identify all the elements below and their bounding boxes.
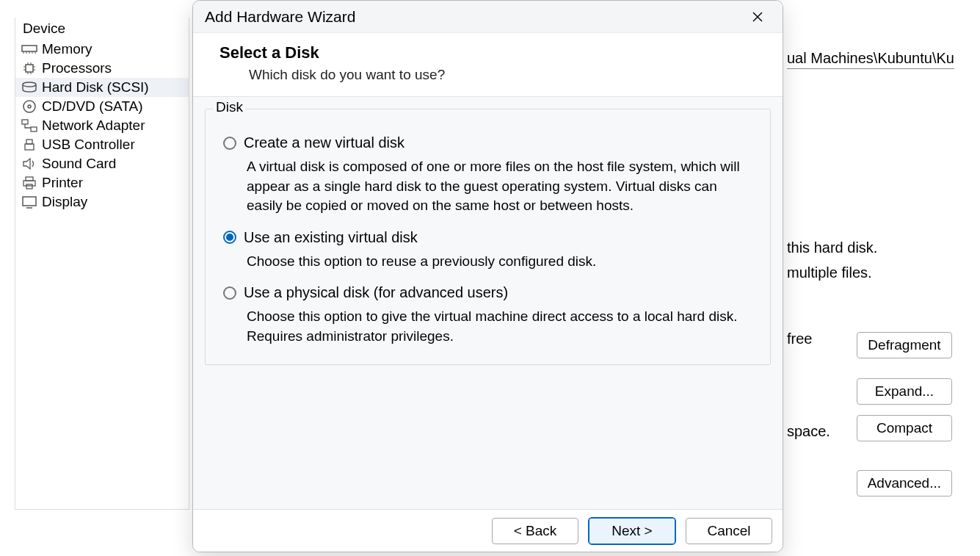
- next-button[interactable]: Next >: [589, 518, 675, 544]
- text-fragment-multiplefiles: multiple files.: [787, 264, 872, 281]
- add-hardware-wizard-dialog: Add Hardware Wizard Select a Disk Which …: [192, 0, 783, 552]
- expand-button[interactable]: Expand...: [857, 378, 952, 405]
- device-item-cd-dvd[interactable]: CD/DVD (SATA): [15, 97, 189, 116]
- close-icon: [752, 11, 763, 23]
- device-item-processors[interactable]: Processors: [15, 59, 189, 78]
- cancel-button[interactable]: Cancel: [686, 518, 772, 544]
- cpu-icon: [21, 61, 37, 76]
- disc-icon: [21, 99, 37, 114]
- radio-use-existing-disk[interactable]: Use an existing virtual disk: [223, 229, 752, 246]
- usb-icon: [21, 137, 37, 152]
- svg-rect-21: [25, 144, 34, 150]
- radio-icon: [223, 231, 236, 244]
- defragment-button[interactable]: Defragment: [857, 332, 952, 358]
- wizard-subheading: Which disk do you want to use?: [219, 67, 756, 83]
- disk-groupbox: Disk Create a new virtual disk A virtual…: [205, 109, 771, 365]
- radio-label: Use an existing virtual disk: [244, 229, 418, 246]
- device-label: Processors: [42, 60, 112, 76]
- radio-description: Choose this option to give the virtual m…: [223, 307, 752, 346]
- device-item-display[interactable]: Display: [15, 192, 189, 212]
- radio-icon: [223, 286, 236, 300]
- device-panel: Device Memory Processors Hard Disk (SCSI…: [15, 18, 189, 510]
- svg-rect-6: [26, 65, 33, 72]
- wizard-titlebar: Add Hardware Wizard: [193, 1, 783, 33]
- hard-disk-icon: [21, 80, 37, 95]
- text-fragment-space: space.: [787, 423, 830, 440]
- device-item-usb[interactable]: USB Controller: [15, 135, 189, 154]
- svg-point-17: [28, 105, 31, 108]
- radio-option-use-existing: Use an existing virtual disk Choose this…: [223, 229, 752, 272]
- svg-rect-0: [22, 46, 37, 51]
- device-label: USB Controller: [42, 137, 135, 153]
- wizard-heading: Select a Disk: [219, 43, 756, 62]
- device-label: Network Adapter: [42, 118, 145, 134]
- back-button[interactable]: < Back: [492, 518, 578, 544]
- network-icon: [21, 118, 37, 133]
- svg-rect-25: [23, 197, 36, 206]
- device-item-printer[interactable]: Printer: [15, 173, 189, 192]
- wizard-body: Disk Create a new virtual disk A virtual…: [193, 96, 783, 509]
- wizard-title: Add Hardware Wizard: [205, 8, 744, 26]
- device-item-sound[interactable]: Sound Card: [15, 154, 189, 173]
- radio-description: A virtual disk is composed of one or mor…: [223, 157, 752, 216]
- svg-rect-18: [22, 120, 28, 124]
- close-button[interactable]: [744, 4, 771, 30]
- text-fragment-free: free: [787, 331, 812, 347]
- radio-icon: [223, 137, 236, 150]
- radio-label: Create a new virtual disk: [244, 134, 404, 151]
- device-label: Display: [42, 194, 87, 210]
- svg-rect-20: [26, 140, 32, 144]
- svg-rect-23: [23, 181, 35, 186]
- groupbox-legend: Disk: [213, 99, 246, 115]
- display-icon: [21, 195, 37, 209]
- text-fragment-harddisk: this hard disk.: [787, 239, 877, 256]
- device-label: Sound Card: [42, 156, 116, 172]
- radio-option-physical: Use a physical disk (for advanced users)…: [223, 284, 752, 346]
- device-label: Printer: [42, 175, 83, 191]
- svg-rect-22: [26, 177, 33, 181]
- device-item-memory[interactable]: Memory: [15, 40, 189, 59]
- device-label: Hard Disk (SCSI): [42, 79, 149, 95]
- device-list: Memory Processors Hard Disk (SCSI) CD/DV…: [15, 40, 189, 212]
- disk-file-path-fragment: ual Machines\Kubuntu\Ku: [787, 50, 954, 69]
- device-label: Memory: [42, 41, 92, 57]
- svg-rect-24: [26, 184, 32, 189]
- sound-icon: [21, 156, 37, 171]
- svg-point-15: [23, 82, 36, 87]
- device-header-label: Device: [15, 18, 189, 40]
- radio-option-create-new: Create a new virtual disk A virtual disk…: [223, 134, 752, 216]
- radio-use-physical-disk[interactable]: Use a physical disk (for advanced users): [223, 284, 752, 301]
- device-item-network[interactable]: Network Adapter: [15, 116, 189, 135]
- radio-label: Use a physical disk (for advanced users): [244, 284, 508, 301]
- compact-button[interactable]: Compact: [857, 415, 952, 441]
- svg-rect-19: [31, 127, 37, 131]
- device-label: CD/DVD (SATA): [42, 98, 143, 115]
- radio-create-new-disk[interactable]: Create a new virtual disk: [223, 134, 752, 151]
- radio-description: Choose this option to reuse a previously…: [223, 252, 752, 272]
- memory-icon: [21, 42, 37, 57]
- advanced-button[interactable]: Advanced...: [857, 470, 952, 497]
- wizard-header: Select a Disk Which disk do you want to …: [193, 33, 783, 96]
- svg-point-16: [23, 101, 35, 112]
- wizard-footer: < Back Next > Cancel: [193, 509, 783, 552]
- printer-icon: [21, 176, 37, 190]
- device-item-hard-disk[interactable]: Hard Disk (SCSI): [15, 78, 189, 97]
